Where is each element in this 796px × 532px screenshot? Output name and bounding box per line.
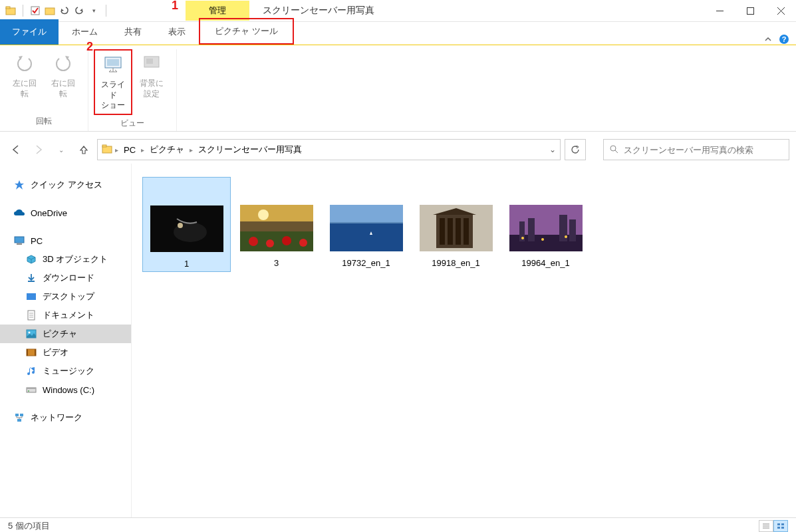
tree-onedrive[interactable]: OneDrive	[0, 203, 131, 222]
svg-point-66	[565, 235, 567, 238]
tree-documents[interactable]: ドキュメント	[0, 306, 131, 325]
svg-point-47	[282, 236, 291, 245]
pictures-icon	[25, 328, 37, 340]
qat-dropdown-icon[interactable]: ▾	[88, 5, 99, 16]
cube-icon	[25, 253, 37, 265]
details-view-button[interactable]	[759, 520, 773, 532]
crumb-folder[interactable]: スクリーンセーバー用写真	[196, 142, 305, 157]
drive-icon	[25, 384, 37, 396]
tree-label: ドキュメント	[43, 309, 94, 321]
slideshow-label: スライド ショー	[100, 80, 126, 111]
crumb-pc[interactable]: PC	[121, 144, 138, 156]
tree-label: デスクトップ	[43, 291, 94, 303]
file-list: 1 3 19732_en_1 19918_en_1 19964_en_1	[132, 164, 796, 517]
svg-rect-30	[27, 349, 28, 356]
tab-file[interactable]: ファイル	[0, 19, 59, 45]
search-icon	[609, 144, 618, 156]
svg-rect-15	[146, 59, 153, 64]
ribbon-help: ?	[764, 34, 796, 45]
tree-music[interactable]: ミュージック	[0, 362, 131, 380]
close-button[interactable]	[765, 0, 796, 22]
svg-rect-5	[747, 7, 753, 14]
view-toggle	[759, 520, 788, 532]
svg-rect-29	[27, 349, 36, 356]
tab-share[interactable]: 共有	[111, 19, 155, 45]
tree-label: PC	[31, 236, 43, 246]
file-name: 19964_en_1	[521, 258, 569, 268]
svg-rect-56	[456, 218, 461, 245]
tree-desktop[interactable]: デスクトップ	[0, 287, 131, 306]
svg-rect-61	[528, 218, 535, 241]
address-dropdown-icon[interactable]: ⌄	[549, 145, 556, 154]
svg-rect-17	[102, 145, 106, 147]
folder-icon	[102, 144, 112, 156]
tab-home[interactable]: ホーム	[59, 19, 111, 45]
file-item[interactable]: 3	[232, 177, 321, 271]
svg-rect-63	[569, 219, 576, 241]
svg-rect-20	[15, 237, 24, 243]
tree-quick-access[interactable]: クイック アクセス	[0, 176, 131, 194]
svg-rect-35	[15, 414, 19, 416]
redo-icon[interactable]	[74, 5, 84, 16]
file-item[interactable]: 1	[142, 177, 231, 272]
refresh-button[interactable]	[565, 139, 586, 160]
tree-windows-c[interactable]: Windows (C:)	[0, 380, 131, 399]
crumb-pictures[interactable]: ピクチャ	[147, 142, 187, 157]
svg-point-18	[610, 146, 616, 151]
tree-video[interactable]: ビデオ	[0, 343, 131, 362]
crumb-sep-icon[interactable]: ▸	[141, 146, 144, 154]
properties-icon[interactable]	[30, 5, 41, 16]
tree-label: OneDrive	[31, 208, 67, 218]
thumbnail-icon	[509, 205, 583, 251]
tree-downloads[interactable]: ダウンロード	[0, 269, 131, 287]
status-bar: 5 個の項目	[0, 517, 796, 532]
ribbon: 左に回転 右に回転 回転 スライド ショー 背景に 設定 ビュー	[0, 45, 796, 132]
collapse-ribbon-icon[interactable]	[764, 35, 772, 43]
group-rotate-label: 回転	[36, 113, 52, 131]
svg-point-43	[258, 209, 269, 220]
tree-label: Windows (C:)	[43, 385, 94, 395]
crumb-sep-icon[interactable]: ▸	[190, 146, 193, 154]
svg-rect-57	[464, 218, 469, 245]
undo-icon[interactable]	[59, 5, 70, 16]
rotate-left-label: 左に回転	[11, 78, 39, 99]
maximize-button[interactable]	[735, 0, 765, 22]
up-button[interactable]	[74, 140, 93, 159]
thumbnail-view-button[interactable]	[773, 520, 788, 532]
recent-dropdown[interactable]: ⌄	[52, 140, 70, 159]
crumb-sep-icon[interactable]: ▸	[115, 146, 118, 154]
thumbnail-icon	[420, 205, 493, 251]
svg-line-19	[615, 150, 618, 153]
help-icon[interactable]: ?	[779, 34, 789, 45]
tree-pictures[interactable]: ピクチャ	[0, 325, 131, 343]
svg-rect-72	[777, 527, 780, 529]
forward-button[interactable]	[29, 140, 48, 159]
address-bar[interactable]: ▸ PC ▸ ピクチャ ▸ スクリーンセーバー用写真 ⌄	[97, 139, 561, 160]
tab-view[interactable]: 表示	[155, 19, 199, 45]
rotate-left-button[interactable]: 左に回転	[5, 49, 44, 113]
file-item[interactable]: 19964_en_1	[501, 177, 590, 271]
background-icon	[141, 52, 162, 73]
navigation-bar: ⌄ ▸ PC ▸ ピクチャ ▸ スクリーンセーバー用写真 ⌄	[0, 136, 796, 164]
svg-point-34	[28, 390, 29, 392]
file-item[interactable]: 19732_en_1	[322, 177, 410, 271]
back-button[interactable]	[7, 140, 25, 159]
tree-network[interactable]: ネットワーク	[0, 408, 131, 427]
cloud-icon	[13, 207, 25, 219]
group-view-label: ビュー	[120, 115, 144, 133]
file-item[interactable]: 19918_en_1	[412, 177, 500, 271]
slideshow-button[interactable]: スライド ショー	[94, 49, 132, 115]
search-input[interactable]	[624, 145, 783, 155]
minimize-button[interactable]	[704, 0, 735, 22]
thumbnail-icon	[240, 205, 313, 251]
search-box[interactable]	[603, 139, 789, 160]
folder-small-icon[interactable]	[45, 5, 55, 16]
set-background-button[interactable]: 背景に 設定	[132, 49, 171, 115]
svg-rect-54	[440, 218, 445, 245]
status-text: 5 個の項目	[8, 520, 50, 532]
tree-3d-objects[interactable]: 3D オブジェクト	[0, 250, 131, 269]
svg-rect-31	[35, 349, 36, 356]
rotate-right-button[interactable]: 右に回転	[44, 49, 82, 113]
tab-picture-tools[interactable]: ピクチャ ツール	[199, 18, 294, 45]
tree-pc[interactable]: PC	[0, 231, 131, 250]
